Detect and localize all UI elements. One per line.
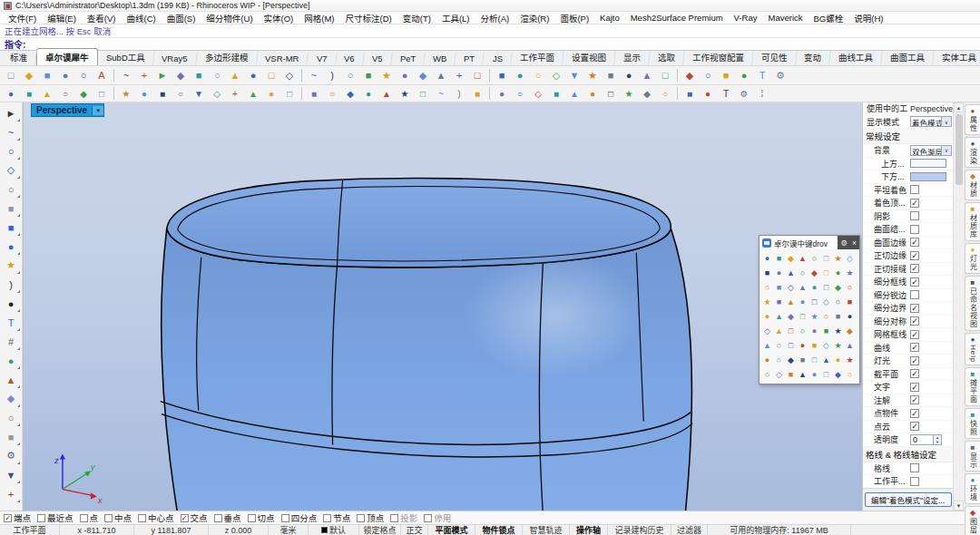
osnap-toggle[interactable]: 中心点 [138,511,174,524]
status-segment[interactable]: 过滤器 [671,525,708,535]
panel-tab-环境[interactable]: ●环境 [965,473,980,504]
menu-item[interactable]: 说明(H) [848,12,888,24]
palette-close-icon[interactable]: × [852,238,857,248]
panel-checkbox[interactable]: ✓ [910,369,919,378]
viewport-title-tab[interactable]: Perspective ▼ [31,103,104,117]
palette-tool-icon[interactable]: ■ [832,309,844,324]
color-swatch[interactable] [910,172,946,181]
menu-item[interactable]: 尺寸标注(D) [340,12,397,24]
menu-item[interactable]: 细分物件(U) [201,12,258,24]
palette-tool-icon[interactable]: ○ [761,280,773,295]
panel-tab-已命名视图[interactable]: ■已命名视图 [965,276,980,331]
toolbar-icon[interactable]: T [717,86,735,101]
toolbar-icon[interactable]: ● [56,67,74,83]
panel-row[interactable]: 细分锐边 [863,289,953,303]
palette-gear-icon[interactable]: ⚙ [840,238,848,248]
panel-checkbox[interactable]: ✓ [910,409,919,418]
palette-tool-icon[interactable]: ○ [844,367,856,382]
osnap-toggle[interactable]: 停用 [424,511,451,524]
panel-tab-材质库[interactable]: ■材质库 [965,202,980,241]
toolbar-icon[interactable]: ► [153,67,172,83]
panel-checkbox[interactable]: ✓ [910,383,919,392]
palette-tool-icon[interactable]: □ [820,266,832,280]
toolbar-tab[interactable]: 显示 [614,49,651,65]
palette-tool-icon[interactable]: ▲ [773,309,785,324]
panel-tab-属性[interactable]: ●属性 [965,104,980,135]
panel-row[interactable]: 截平面✓ [863,368,953,382]
panel-row[interactable]: 格线 [863,462,953,476]
toolbar-tab[interactable]: 设置视图 [563,49,616,65]
sidebar-tool-icon[interactable]: ● [1,351,21,370]
palette-tool-icon[interactable]: ● [808,280,820,295]
toolbar-icon[interactable]: ◆ [172,67,190,83]
panel-row[interactable]: 曲线✓ [863,342,953,355]
toolbar-icon[interactable]: ▲ [244,86,262,101]
panel-tab-图层[interactable]: ◆图层 [965,506,980,535]
menu-item[interactable]: 文件(F) [3,12,42,24]
toolbar-tab[interactable]: 工作视窗配置 [683,49,754,65]
palette-tool-icon[interactable]: ● [808,324,820,338]
osnap-toggle[interactable]: 中点 [104,511,132,524]
menu-item[interactable]: 分析(A) [475,12,515,24]
palette-tool-icon[interactable]: ◆ [832,367,844,382]
palette-tool-icon[interactable]: ● [761,353,773,367]
palette-tool-icon[interactable]: ● [832,353,844,367]
menu-item[interactable]: 渲染(R) [514,12,554,24]
toolbar-icon[interactable]: ● [244,67,262,83]
panel-checkbox[interactable]: ✓ [910,251,919,260]
panel-dropdown[interactable]: 着色模式∨ [910,116,952,127]
toolbar-icon[interactable]: ▼ [565,67,583,83]
chevron-down-icon[interactable]: ∨ [941,117,951,126]
toolbar-icon[interactable]: ⚙ [771,67,789,83]
panel-row[interactable]: 透明度0▲▼ [863,433,953,447]
panel-checkbox[interactable] [910,290,919,299]
toolbar-tab[interactable]: 变动 [795,49,831,65]
toolbar-icon[interactable]: ~ [305,67,323,83]
toolbar-icon[interactable]: ◆ [638,86,656,101]
toolbar-icon[interactable]: ■ [305,86,323,101]
menu-item[interactable]: Mesh2Surface Premium [625,13,729,23]
panel-row[interactable]: 背景双色渐层∨ [863,144,953,158]
toolbar-icon[interactable]: ⁞ [753,86,771,101]
panel-tab-Help[interactable]: ●Help [965,333,980,365]
panel-checkbox[interactable]: ✓ [910,238,919,247]
status-segment[interactable]: 记录建构历史 [608,525,671,535]
palette-tool-icon[interactable]: ○ [832,295,844,309]
palette-tool-icon[interactable]: □ [820,251,832,266]
palette-tool-icon[interactable]: ▲ [820,353,832,367]
panel-checkbox[interactable]: ✓ [910,422,919,431]
sidebar-tool-icon[interactable]: ■ [1,218,21,237]
panel-checkbox[interactable]: ✓ [910,304,919,313]
sidebar-tool-icon[interactable]: ● [1,294,21,313]
edit-display-mode-button[interactable]: 编辑"着色模式"设定... [865,492,952,507]
palette-tool-icon[interactable]: ● [808,367,820,382]
sidebar-tool-icon[interactable]: ◆ [1,389,21,408]
toolbar-icon[interactable]: T [753,67,771,83]
status-segment[interactable]: 智慧轨迹 [523,525,570,535]
palette-tool-icon[interactable]: ★ [844,353,856,367]
panel-checkbox[interactable]: ✓ [910,264,919,273]
palette-tool-icon[interactable]: ○ [820,309,832,324]
osnap-toggle[interactable]: 最近点 [37,511,74,524]
sidebar-tool-icon[interactable]: ● [1,237,21,256]
panel-row[interactable]: 细分对称✓ [863,316,953,329]
palette-tool-icon[interactable]: ○ [773,338,785,353]
sidebar-tool-icon[interactable]: ▲ [1,370,21,389]
toolbar-icon[interactable]: ● [699,86,717,101]
toolbar-icon[interactable]: ▲ [432,67,450,83]
palette-tool-icon[interactable]: ◆ [832,280,844,295]
toolbar-icon[interactable]: ■ [547,86,565,101]
menu-item[interactable]: 工具(L) [436,12,475,24]
toolbar-icon[interactable]: □ [93,86,111,101]
osnap-checkbox[interactable] [357,514,365,522]
panel-row[interactable]: 细分框线✓ [863,276,953,289]
toolbar-icon[interactable]: ● [396,67,414,83]
floating-toolbar-palette[interactable]: 卓尔谟中键drov ⚙ × ●■◆▲○□★◇■●▲○◆□●★○■◇▲●□◆○★■… [759,235,860,384]
osnap-toggle[interactable]: ✓端点 [4,511,31,524]
toolbar-icon[interactable]: □ [468,67,486,83]
toolbar-icon[interactable]: ■ [493,67,511,83]
spinner-value[interactable]: 0 [910,434,934,445]
panel-row[interactable]: 网格框线✓ [863,328,953,342]
palette-title-bar[interactable]: 卓尔谟中键drov ⚙ × [760,236,859,249]
toolbar-tab[interactable]: 多边形建模 [196,49,258,65]
